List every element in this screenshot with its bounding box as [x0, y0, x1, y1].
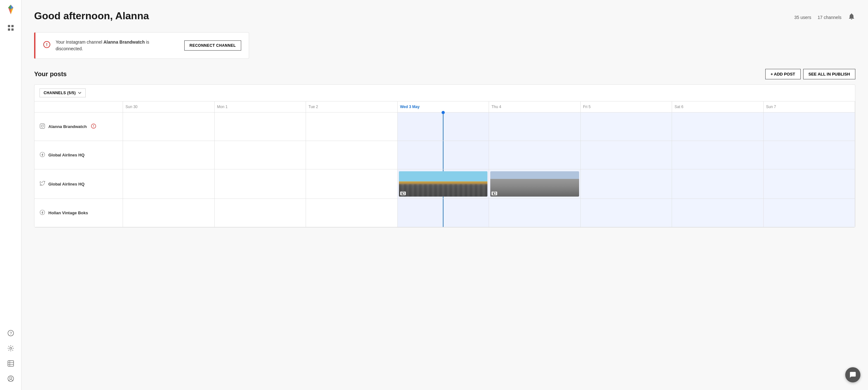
profile-icon[interactable]	[6, 373, 16, 384]
cell-alanna-mon1[interactable]	[215, 112, 306, 141]
calendar: CHANNELS (5/5) Sun 30 Mon 1 Tue 2 Wed 3 …	[34, 85, 855, 228]
cell-alanna-sat6[interactable]	[672, 112, 764, 141]
cal-header-tue2: Tue 2	[306, 101, 398, 112]
grid-icon[interactable]	[6, 23, 16, 33]
svg-text:!: !	[93, 125, 94, 128]
instagram-icon	[39, 123, 45, 130]
cell-global-tw-tue2[interactable]	[306, 169, 398, 199]
cell-global-fb-sun7[interactable]	[764, 141, 855, 169]
facebook-icon-1	[39, 152, 45, 159]
sidebar-bottom: ?	[6, 328, 16, 386]
cell-global-tw-sat6[interactable]	[672, 169, 764, 199]
bell-icon[interactable]	[848, 13, 855, 22]
cell-alanna-sun7[interactable]	[764, 112, 855, 141]
channel-name-global-tw: Global Airlines HQ	[49, 182, 84, 187]
posts-actions: + ADD POST SEE ALL IN PUBLISH	[765, 69, 855, 79]
cell-hollan-wed3[interactable]	[398, 199, 489, 227]
post-thumbnail-city2[interactable]	[490, 171, 579, 197]
cell-hollan-tue2[interactable]	[306, 199, 398, 227]
svg-rect-25	[493, 193, 494, 194]
channel-warning-icon: !	[91, 124, 96, 130]
cell-global-tw-mon1[interactable]	[215, 169, 306, 199]
header-meta: 35 users 17 channels	[794, 10, 855, 22]
cell-alanna-wed3[interactable]	[398, 112, 489, 141]
cal-header-sun7: Sun 7	[764, 101, 855, 112]
alert-message: Your Instagram channel Alanna Brandwatch…	[56, 39, 177, 52]
cell-global-fb-wed3[interactable]	[398, 141, 489, 169]
svg-rect-23	[402, 193, 403, 194]
cell-global-tw-sun7[interactable]	[764, 169, 855, 199]
see-all-in-publish-button[interactable]: SEE ALL IN PUBLISH	[803, 69, 855, 79]
channel-name-alanna: Alanna Brandwatch	[49, 124, 87, 129]
posts-section-header: Your posts + ADD POST SEE ALL IN PUBLISH	[34, 69, 855, 79]
channel-row-global-airlines-fb: Global Airlines HQ	[34, 141, 123, 169]
reconnect-channel-button[interactable]: RECONNECT CHANNEL	[184, 40, 242, 51]
channels-filter-button[interactable]: CHANNELS (5/5)	[39, 89, 86, 97]
page-title: Good afternoon, Alanna	[34, 10, 149, 22]
channels-count: 17 channels	[817, 15, 841, 20]
alert-error-icon: !	[43, 41, 51, 50]
channel-row-hollan: Hollan Vintage Boks	[34, 199, 123, 227]
svg-point-13	[9, 377, 12, 379]
svg-rect-1	[8, 25, 10, 27]
cell-global-fb-thu4[interactable]	[489, 141, 581, 169]
cell-global-tw-thu4[interactable]	[489, 169, 581, 199]
cell-global-tw-wed3[interactable]	[398, 169, 489, 199]
cell-alanna-thu4[interactable]	[489, 112, 581, 141]
svg-point-17	[41, 125, 43, 127]
post-thumb-icon-2	[492, 192, 497, 195]
cell-hollan-thu4[interactable]	[489, 199, 581, 227]
cell-hollan-sat6[interactable]	[672, 199, 764, 227]
today-line-4	[443, 199, 443, 227]
table-icon[interactable]	[6, 358, 16, 368]
cell-hollan-mon1[interactable]	[215, 199, 306, 227]
posts-section-title: Your posts	[34, 70, 67, 78]
app-logo[interactable]	[5, 4, 17, 15]
today-dot	[442, 111, 445, 114]
facebook-icon-2	[39, 209, 45, 217]
cell-alanna-fri5[interactable]	[581, 112, 672, 141]
cal-header-sat6: Sat 6	[672, 101, 764, 112]
svg-point-7	[10, 347, 12, 349]
cell-global-fb-sat6[interactable]	[672, 141, 764, 169]
cell-hollan-sun7[interactable]	[764, 199, 855, 227]
cal-header-fri5: Fri 5	[581, 101, 672, 112]
svg-rect-16	[40, 124, 45, 128]
sidebar: ?	[0, 0, 22, 390]
cell-alanna-sun30[interactable]	[123, 112, 215, 141]
cell-hollan-fri5[interactable]	[581, 199, 672, 227]
add-post-button[interactable]: + ADD POST	[765, 69, 801, 79]
cal-header-label-col	[34, 101, 123, 112]
cal-header-sun30: Sun 30	[123, 101, 215, 112]
cell-global-tw-fri5[interactable]	[581, 169, 672, 199]
help-icon[interactable]: ?	[6, 328, 16, 338]
svg-rect-8	[8, 361, 13, 366]
channel-row-alanna-brandwatch: Alanna Brandwatch !	[34, 112, 123, 141]
cell-global-fb-sun30[interactable]	[123, 141, 215, 169]
cell-global-fb-fri5[interactable]	[581, 141, 672, 169]
users-count: 35 users	[794, 15, 811, 20]
cal-header-mon1: Mon 1	[215, 101, 306, 112]
post-thumbnail-city1[interactable]	[399, 171, 488, 197]
channel-name-hollan: Hollan Vintage Boks	[49, 210, 88, 215]
settings-icon[interactable]	[6, 343, 16, 353]
today-line	[443, 112, 443, 141]
calendar-grid: Sun 30 Mon 1 Tue 2 Wed 3 May Thu 4 Fri 5…	[34, 101, 855, 227]
chat-button[interactable]	[845, 367, 860, 382]
svg-text:?: ?	[9, 331, 12, 336]
twitter-icon	[39, 181, 45, 187]
cal-header-thu4: Thu 4	[489, 101, 581, 112]
post-thumb-icon-1	[400, 192, 406, 195]
cell-alanna-tue2[interactable]	[306, 112, 398, 141]
main-content: Good afternoon, Alanna 35 users 17 chann…	[22, 0, 868, 390]
cell-hollan-sun30[interactable]	[123, 199, 215, 227]
alert-content: ! Your Instagram channel Alanna Brandwat…	[43, 39, 177, 52]
cell-global-fb-tue2[interactable]	[306, 141, 398, 169]
today-line-2	[443, 141, 443, 169]
channel-name-global-fb: Global Airlines HQ	[49, 153, 84, 157]
cell-global-tw-sun30[interactable]	[123, 169, 215, 199]
svg-text:!: !	[46, 42, 48, 47]
svg-rect-4	[11, 28, 13, 31]
alert-channel-name: Alanna Brandwatch	[103, 39, 145, 44]
cell-global-fb-mon1[interactable]	[215, 141, 306, 169]
